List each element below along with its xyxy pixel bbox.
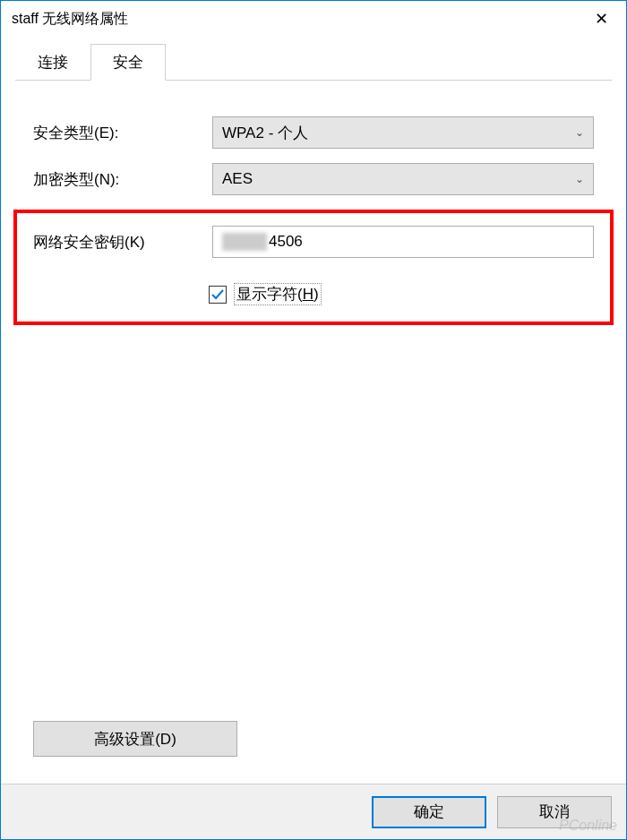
show-characters-checkbox[interactable] bbox=[209, 286, 227, 304]
dialog-button-bar: 确定 取消 PConline bbox=[1, 784, 626, 839]
close-button[interactable]: ✕ bbox=[576, 1, 626, 37]
check-icon bbox=[210, 287, 225, 302]
tab-security-label: 安全 bbox=[113, 54, 143, 71]
security-type-select[interactable]: WPA2 - 个人 ⌄ bbox=[212, 116, 594, 149]
chevron-down-icon: ⌄ bbox=[575, 173, 584, 185]
titlebar: staff 无线网络属性 ✕ bbox=[1, 1, 626, 37]
ok-button[interactable]: 确定 bbox=[372, 796, 486, 828]
row-encryption-type: 加密类型(N): AES ⌄ bbox=[33, 163, 594, 195]
cancel-button[interactable]: 取消 bbox=[497, 796, 612, 828]
tab-strip: 连接 安全 bbox=[15, 44, 612, 81]
chevron-down-icon: ⌄ bbox=[575, 126, 584, 139]
row-show-characters: 显示字符(H) bbox=[33, 283, 594, 305]
tab-security[interactable]: 安全 bbox=[90, 44, 166, 81]
show-characters-label: 显示字符(H) bbox=[234, 283, 322, 305]
tab-panel-security: 安全类型(E): WPA2 - 个人 ⌄ 加密类型(N): AES ⌄ bbox=[15, 81, 612, 784]
encryption-type-select[interactable]: AES ⌄ bbox=[212, 163, 594, 195]
tab-connect-label: 连接 bbox=[38, 54, 68, 71]
tab-connect[interactable]: 连接 bbox=[15, 44, 90, 80]
security-type-label: 安全类型(E): bbox=[33, 123, 212, 143]
wifi-properties-dialog: staff 无线网络属性 ✕ 连接 安全 安全类型(E): WPA2 - 个人 bbox=[0, 0, 627, 840]
advanced-settings-label: 高级设置(D) bbox=[94, 731, 176, 748]
security-type-value: WPA2 - 个人 bbox=[222, 123, 308, 143]
key-obscured-part bbox=[222, 233, 267, 251]
row-security-type: 安全类型(E): WPA2 - 个人 ⌄ bbox=[33, 116, 594, 149]
encryption-type-label: 加密类型(N): bbox=[33, 169, 212, 190]
network-key-input[interactable]: 4506 bbox=[212, 226, 594, 258]
row-network-key: 网络安全密钥(K) 4506 bbox=[33, 226, 594, 258]
key-highlight-box: 网络安全密钥(K) 4506 显示字符( bbox=[13, 210, 614, 325]
close-icon: ✕ bbox=[595, 9, 608, 29]
window-title: staff 无线网络属性 bbox=[12, 10, 128, 29]
content-wrapper: 连接 安全 安全类型(E): WPA2 - 个人 ⌄ 加 bbox=[1, 37, 626, 784]
cancel-label: 取消 bbox=[539, 803, 570, 820]
network-key-label: 网络安全密钥(K) bbox=[33, 232, 212, 253]
encryption-type-value: AES bbox=[222, 170, 253, 188]
ok-label: 确定 bbox=[414, 803, 444, 820]
form-area: 安全类型(E): WPA2 - 个人 ⌄ 加密类型(N): AES ⌄ bbox=[33, 116, 594, 325]
key-visible-part: 4506 bbox=[269, 233, 303, 251]
advanced-settings-button[interactable]: 高级设置(D) bbox=[33, 721, 237, 757]
